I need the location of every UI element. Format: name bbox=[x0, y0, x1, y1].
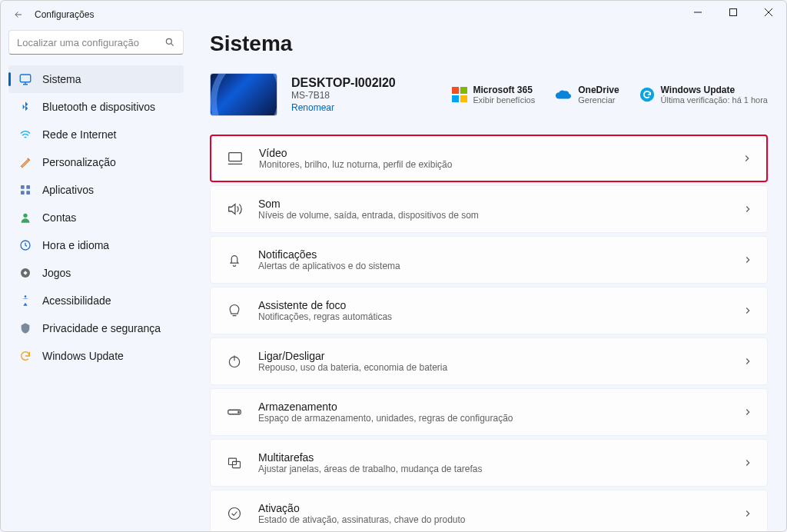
nav-bluetooth[interactable]: Bluetooth e dispositivos bbox=[8, 93, 184, 121]
close-button[interactable] bbox=[751, 1, 786, 24]
device-model: MS-7B18 bbox=[291, 90, 396, 101]
status-windows-update[interactable]: Windows UpdateÚltima verificação: há 1 h… bbox=[639, 85, 768, 105]
nav-aplicativos[interactable]: Aplicativos bbox=[8, 176, 184, 204]
setting-title: Notificações bbox=[258, 248, 742, 261]
setting-ativacao[interactable]: AtivaçãoEstado de ativação, assinaturas,… bbox=[210, 490, 768, 531]
device-thumbnail[interactable] bbox=[210, 73, 277, 116]
setting-title: Assistente de foco bbox=[258, 299, 742, 311]
status-onedrive[interactable]: OneDriveGerenciar bbox=[555, 85, 619, 105]
back-button[interactable] bbox=[7, 3, 30, 26]
setting-video[interactable]: VídeoMonitores, brilho, luz noturna, per… bbox=[210, 135, 768, 182]
setting-title: Armazenamento bbox=[258, 401, 742, 413]
rename-link[interactable]: Renomear bbox=[291, 102, 396, 113]
update-title: Windows Update bbox=[661, 85, 768, 95]
nav-label: Acessibilidade bbox=[42, 294, 111, 307]
svg-rect-19 bbox=[229, 153, 242, 161]
setting-foco[interactable]: Assistente de focoNotificações, regras a… bbox=[210, 287, 768, 334]
privacy-icon bbox=[18, 321, 33, 336]
chevron-right-icon bbox=[742, 457, 753, 468]
svg-rect-6 bbox=[21, 185, 25, 189]
maximize-button[interactable] bbox=[716, 1, 751, 24]
search-box[interactable] bbox=[8, 30, 184, 55]
nav-sistema[interactable]: Sistema bbox=[8, 65, 184, 93]
focus-icon bbox=[224, 301, 244, 321]
gaming-icon bbox=[18, 265, 33, 281]
nav-jogos[interactable]: Jogos bbox=[8, 259, 184, 287]
apps-icon bbox=[18, 182, 33, 198]
setting-sub: Alertas de aplicativos e do sistema bbox=[258, 261, 742, 271]
svg-rect-7 bbox=[26, 185, 30, 189]
setting-multitarefas[interactable]: MultitarefasAjustar janelas, áreas de tr… bbox=[210, 439, 768, 487]
nav-contas[interactable]: Contas bbox=[8, 204, 184, 231]
setting-notificacoes[interactable]: NotificaçõesAlertas de aplicativos e do … bbox=[210, 236, 768, 284]
main-content: Sistema DESKTOP-I002I20 MS-7B18 Renomear… bbox=[191, 28, 786, 531]
nav-acessibilidade[interactable]: Acessibilidade bbox=[8, 287, 184, 314]
svg-point-10 bbox=[23, 214, 27, 218]
activation-icon bbox=[224, 504, 244, 524]
nav-label: Rede e Internet bbox=[42, 128, 117, 141]
onedrive-sub: Gerenciar bbox=[578, 95, 619, 105]
nav-label: Hora e idioma bbox=[42, 239, 109, 251]
setting-armazenamento[interactable]: ArmazenamentoEspaço de armazenamento, un… bbox=[210, 388, 768, 436]
accounts-icon bbox=[18, 210, 33, 225]
status-microsoft365[interactable]: Microsoft 365Exibir benefícios bbox=[452, 85, 536, 105]
chevron-right-icon bbox=[742, 254, 753, 265]
minimize-button[interactable] bbox=[680, 1, 716, 24]
accessibility-icon bbox=[18, 293, 33, 308]
svg-point-13 bbox=[25, 295, 27, 298]
setting-title: Vídeo bbox=[259, 147, 742, 159]
setting-sub: Níveis de volume, saída, entrada, dispos… bbox=[258, 210, 742, 221]
m365-title: Microsoft 365 bbox=[473, 85, 536, 95]
setting-energia[interactable]: Ligar/DesligarRepouso, uso da bateria, e… bbox=[210, 337, 768, 385]
nav-privacidade[interactable]: Privacidade e segurança bbox=[8, 314, 184, 342]
svg-rect-15 bbox=[460, 87, 467, 94]
page-title: Sistema bbox=[210, 32, 768, 56]
svg-rect-14 bbox=[452, 87, 459, 94]
setting-sub: Monitores, brilho, luz noturna, perfil d… bbox=[259, 159, 742, 170]
onedrive-title: OneDrive bbox=[578, 85, 619, 95]
setting-sub: Espaço de armazenamento, unidades, regra… bbox=[258, 413, 742, 424]
setting-sub: Notificações, regras automáticas bbox=[258, 311, 742, 322]
svg-point-4 bbox=[166, 38, 171, 44]
window-title: Configurações bbox=[35, 9, 94, 20]
svg-rect-16 bbox=[452, 95, 459, 102]
bluetooth-icon bbox=[18, 99, 33, 115]
setting-title: Ativação bbox=[258, 502, 742, 514]
nav-windows-update[interactable]: Windows Update bbox=[8, 342, 184, 370]
svg-rect-8 bbox=[21, 191, 25, 195]
setting-som[interactable]: SomNíveis de volume, saída, entrada, dis… bbox=[210, 185, 768, 233]
svg-point-22 bbox=[238, 411, 240, 413]
nav-rede[interactable]: Rede e Internet bbox=[8, 121, 184, 148]
svg-rect-1 bbox=[730, 9, 737, 16]
setting-sub: Ajustar janelas, áreas de trabalho, muda… bbox=[258, 464, 742, 474]
setting-sub: Estado de ativação, assinaturas, chave d… bbox=[258, 514, 742, 525]
setting-sub: Repouso, uso da bateria, economia de bat… bbox=[258, 362, 742, 373]
setting-title: Som bbox=[258, 198, 742, 210]
nav-label: Jogos bbox=[42, 267, 71, 279]
nav-personalizacao[interactable]: Personalização bbox=[8, 148, 184, 176]
update-status-icon bbox=[639, 87, 655, 102]
nav-label: Personalização bbox=[42, 156, 116, 168]
svg-point-25 bbox=[229, 508, 241, 520]
svg-rect-17 bbox=[460, 95, 467, 102]
update-sub: Última verificação: há 1 hora bbox=[661, 95, 768, 105]
search-input[interactable] bbox=[17, 37, 164, 48]
bell-icon bbox=[224, 250, 244, 270]
search-icon bbox=[164, 37, 175, 48]
sound-icon bbox=[224, 199, 244, 219]
chevron-right-icon bbox=[742, 153, 752, 164]
sidebar: Sistema Bluetooth e dispositivos Rede e … bbox=[1, 28, 191, 531]
time-icon bbox=[18, 238, 33, 253]
setting-title: Ligar/Desligar bbox=[258, 350, 742, 362]
power-icon bbox=[224, 351, 244, 371]
m365-sub: Exibir benefícios bbox=[473, 95, 536, 105]
svg-rect-9 bbox=[26, 191, 30, 195]
setting-title: Multitarefas bbox=[258, 451, 742, 464]
chevron-right-icon bbox=[742, 508, 753, 519]
m365-icon bbox=[452, 87, 467, 102]
nav-label: Aplicativos bbox=[42, 184, 94, 196]
network-icon bbox=[18, 127, 33, 142]
nav-hora[interactable]: Hora e idioma bbox=[8, 231, 184, 259]
storage-icon bbox=[224, 402, 244, 422]
svg-rect-21 bbox=[228, 410, 241, 414]
